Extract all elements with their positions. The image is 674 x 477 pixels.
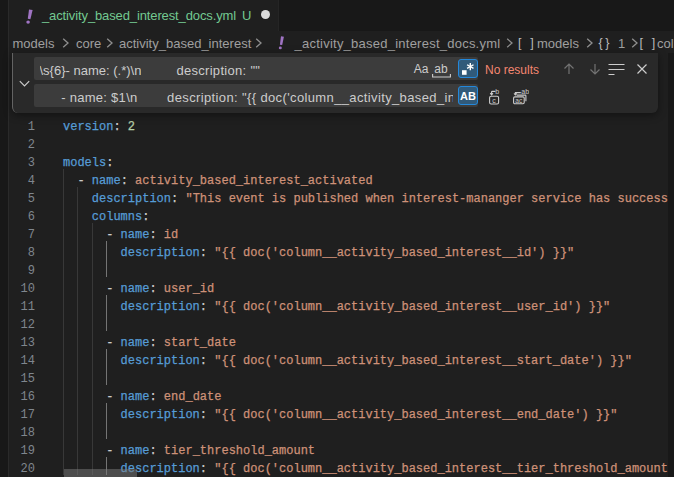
svg-text:b: b (495, 88, 499, 95)
svg-text:c: c (492, 97, 496, 104)
svg-text:ab: ab (521, 88, 529, 95)
svg-text:ac: ac (515, 97, 523, 104)
